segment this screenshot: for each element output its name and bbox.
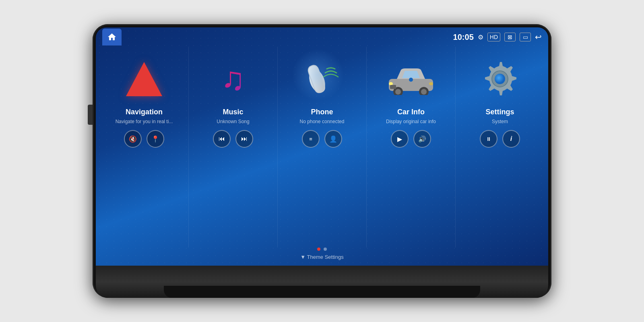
phone-app[interactable]: Phone No phone connected ≡ 👤: [277, 47, 366, 248]
car-info-title: Car Info: [397, 108, 425, 116]
svg-point-9: [409, 78, 413, 82]
screen-icon: ⊠: [504, 33, 516, 41]
home-icon: [107, 32, 117, 42]
nav-mute-button[interactable]: 🔇: [124, 130, 142, 148]
car-icon: [387, 63, 435, 95]
music-subtitle: Unknown Song: [217, 119, 249, 124]
svg-rect-8: [390, 85, 396, 89]
svg-point-7: [429, 82, 433, 85]
prev-icon: ⏮: [219, 135, 225, 142]
theme-settings-button[interactable]: ▼ Theme Settings: [300, 254, 343, 260]
settings-icon-area: [476, 55, 524, 103]
car-play-button[interactable]: ▶: [391, 130, 409, 148]
play-icon: ▶: [397, 135, 402, 143]
contacts-icon: ≡: [309, 136, 312, 142]
phone-glow: [292, 49, 344, 101]
car-info-subtitle: Display original car info: [386, 119, 436, 124]
nav-controls: 🔇 📍: [124, 130, 164, 148]
settings-equalizer-button[interactable]: II: [480, 130, 497, 148]
phone-icon-area: [298, 55, 346, 103]
screen: 10:05 ⚙ HD ⊠ ▭ ↩ Navigation Navigate for…: [96, 27, 548, 266]
svg-point-6: [389, 82, 393, 85]
gear-icon-svg: [481, 60, 519, 98]
phone-controls: ≡ 👤: [302, 130, 342, 148]
equalizer-icon: II: [487, 136, 490, 142]
bottom-bar: ▼ Theme Settings: [96, 248, 548, 266]
car-icon-area: [387, 55, 435, 103]
phone-dial-button[interactable]: 👤: [324, 130, 342, 148]
phone-subtitle: No phone connected: [300, 119, 345, 124]
nav-app[interactable]: Navigation Navigate for you in real ti..…: [100, 47, 188, 248]
clock: 10:05: [453, 33, 474, 42]
page-dots: [317, 248, 327, 251]
theme-settings-label: ▼ Theme Settings: [300, 254, 343, 260]
car-info-app[interactable]: Car Info Display original car info ▶ 🔊: [366, 47, 455, 248]
status-right: 10:05 ⚙ HD ⊠ ▭ ↩: [453, 32, 542, 42]
dot-2[interactable]: [324, 248, 327, 251]
nav-title: Navigation: [126, 108, 163, 116]
nav-arrow-icon: [126, 62, 162, 96]
info-icon: i: [510, 135, 512, 142]
device-stand: [96, 266, 548, 298]
side-button[interactable]: [88, 105, 93, 125]
music-prev-button[interactable]: ⏮: [213, 130, 231, 148]
svg-point-5: [421, 89, 427, 95]
nav-icon-area: [120, 55, 168, 103]
settings-subtitle: System: [492, 119, 508, 124]
settings-title: Settings: [485, 108, 514, 116]
car-info-controls: ▶ 🔊: [391, 130, 431, 148]
settings-controls: II i: [480, 130, 520, 148]
dot-1[interactable]: [317, 248, 320, 251]
settings-app[interactable]: Settings System II i: [455, 47, 544, 248]
hd-badge: HD: [487, 33, 500, 41]
svg-point-3: [395, 89, 401, 95]
music-app[interactable]: ♫ Music Unknown Song ⏮ ⏭: [188, 47, 277, 248]
home-button[interactable]: [102, 29, 122, 45]
music-next-button[interactable]: ⏭: [235, 130, 253, 148]
device: 10:05 ⚙ HD ⊠ ▭ ↩ Navigation Navigate for…: [93, 24, 551, 298]
app-grid: Navigation Navigate for you in real ti..…: [96, 47, 548, 248]
settings-info-button[interactable]: i: [502, 130, 520, 148]
svg-point-11: [495, 74, 505, 84]
status-bar: 10:05 ⚙ HD ⊠ ▭ ↩: [96, 27, 548, 47]
music-title: Music: [223, 108, 243, 116]
nav-map-button[interactable]: 📍: [147, 130, 164, 148]
car-speaker-button[interactable]: 🔊: [413, 130, 431, 148]
dial-icon: 👤: [329, 135, 337, 143]
next-icon: ⏭: [241, 135, 248, 142]
phone-title: Phone: [311, 108, 333, 116]
mute-icon: 🔇: [129, 135, 137, 143]
speaker-icon: 🔊: [418, 135, 426, 143]
map-icon: 📍: [151, 135, 159, 143]
window-icon: ▭: [520, 33, 531, 41]
music-note-icon: ♫: [221, 63, 245, 95]
back-icon[interactable]: ↩: [535, 32, 542, 42]
settings-icon-status: ⚙: [478, 33, 483, 41]
phone-contacts-button[interactable]: ≡: [302, 130, 320, 148]
music-icon-area: ♫: [209, 55, 257, 103]
nav-subtitle: Navigate for you in real ti...: [116, 119, 173, 124]
music-controls: ⏮ ⏭: [213, 130, 253, 148]
